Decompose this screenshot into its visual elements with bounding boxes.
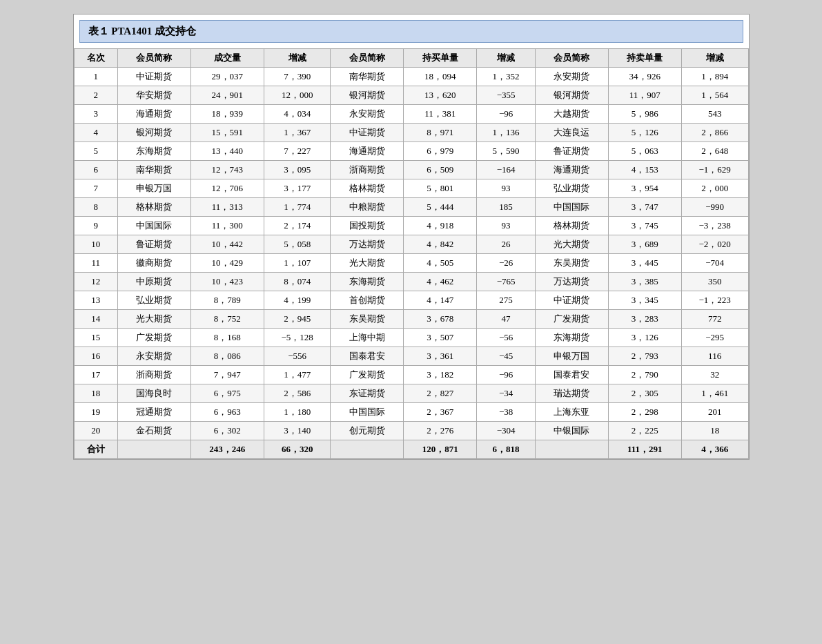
cell-r2-c6: −96 — [477, 105, 536, 124]
cell-r10-c4: 光大期货 — [331, 254, 404, 273]
cell-r5-c7: 海通期货 — [535, 161, 608, 179]
cell-r3-c1: 银河期货 — [118, 124, 191, 142]
cell-r14-c8: 3，126 — [608, 329, 681, 347]
cell-r3-c2: 15，591 — [190, 124, 264, 142]
total-cell-4 — [331, 440, 404, 459]
cell-r0-c2: 29，037 — [190, 68, 264, 86]
cell-r13-c8: 3，283 — [608, 310, 681, 329]
cell-r1-c3: 12，000 — [264, 86, 331, 105]
cell-r0-c8: 34，926 — [608, 68, 681, 86]
cell-r17-c8: 2，305 — [608, 384, 681, 403]
cell-r7-c4: 中粮期货 — [331, 198, 404, 217]
cell-r1-c1: 华安期货 — [118, 86, 191, 105]
cell-r6-c5: 5，801 — [404, 179, 477, 198]
cell-r11-c2: 10，423 — [190, 273, 264, 291]
cell-r4-c3: 7，227 — [264, 142, 331, 161]
cell-r11-c8: 3，385 — [608, 273, 681, 291]
cell-r5-c5: 6，509 — [404, 161, 477, 179]
cell-r5-c1: 南华期货 — [118, 161, 191, 179]
cell-r0-c7: 永安期货 — [535, 68, 608, 86]
total-cell-9: 4，366 — [681, 440, 748, 459]
cell-r3-c8: 5，126 — [608, 124, 681, 142]
cell-r4-c1: 东海期货 — [118, 142, 191, 161]
cell-r5-c3: 3，095 — [264, 161, 331, 179]
cell-r7-c1: 格林期货 — [118, 198, 191, 217]
table-row: 1中证期货29，0377，390南华期货18，0941，352永安期货34，92… — [74, 68, 748, 86]
cell-r16-c0: 17 — [74, 366, 118, 384]
table-row: 14光大期货8，7522，945东吴期货3，67847广发期货3，283772 — [74, 310, 748, 329]
cell-r9-c8: 3，689 — [608, 235, 681, 254]
cell-r12-c7: 中证期货 — [535, 291, 608, 310]
cell-r3-c5: 8，971 — [404, 124, 477, 142]
column-header-9: 增减 — [681, 49, 748, 68]
cell-r0-c4: 南华期货 — [331, 68, 404, 86]
cell-r3-c9: 2，866 — [681, 124, 748, 142]
cell-r7-c2: 11，313 — [190, 198, 264, 217]
cell-r14-c7: 东海期货 — [535, 329, 608, 347]
cell-r17-c1: 国海良时 — [118, 384, 191, 403]
table-row: 13弘业期货8，7894，199首创期货4，147275中证期货3，345−1，… — [74, 291, 748, 310]
cell-r1-c2: 24，901 — [190, 86, 264, 105]
cell-r17-c0: 18 — [74, 384, 118, 403]
cell-r12-c0: 13 — [74, 291, 118, 310]
cell-r9-c3: 5，058 — [264, 235, 331, 254]
cell-r19-c0: 20 — [74, 422, 118, 440]
cell-r0-c0: 1 — [74, 68, 118, 86]
cell-r1-c5: 13，620 — [404, 86, 477, 105]
cell-r6-c6: 93 — [477, 179, 536, 198]
cell-r16-c5: 3，182 — [404, 366, 477, 384]
cell-r4-c2: 13，440 — [190, 142, 264, 161]
table-row: 15广发期货8，168−5，128上海中期3，507−56东海期货3，126−2… — [74, 329, 748, 347]
cell-r15-c7: 申银万国 — [535, 347, 608, 366]
table-row: 4银河期货15，5911，367中证期货8，9711，136大连良运5，1262… — [74, 124, 748, 142]
cell-r0-c1: 中证期货 — [118, 68, 191, 86]
cell-r9-c9: −2，020 — [681, 235, 748, 254]
total-cell-1 — [118, 440, 191, 459]
cell-r11-c9: 350 — [681, 273, 748, 291]
table-row: 7申银万国12，7063，177格林期货5，80193弘业期货3，9542，00… — [74, 179, 748, 198]
cell-r13-c3: 2，945 — [264, 310, 331, 329]
cell-r8-c3: 2，174 — [264, 217, 331, 235]
cell-r10-c0: 11 — [74, 254, 118, 273]
table-row: 9中国国际11，3002，174国投期货4，91893格林期货3，745−3，2… — [74, 217, 748, 235]
cell-r15-c4: 国泰君安 — [331, 347, 404, 366]
cell-r18-c4: 中国国际 — [331, 403, 404, 422]
table-row: 19冠通期货6，9631，180中国国际2，367−38上海东亚2，298201 — [74, 403, 748, 422]
cell-r7-c5: 5，444 — [404, 198, 477, 217]
cell-r2-c2: 18，939 — [190, 105, 264, 124]
cell-r18-c0: 19 — [74, 403, 118, 422]
cell-r13-c4: 东吴期货 — [331, 310, 404, 329]
cell-r15-c6: −45 — [477, 347, 536, 366]
cell-r2-c9: 543 — [681, 105, 748, 124]
cell-r9-c6: 26 — [477, 235, 536, 254]
cell-r19-c7: 中银国际 — [535, 422, 608, 440]
cell-r14-c2: 8，168 — [190, 329, 264, 347]
cell-r8-c8: 3，745 — [608, 217, 681, 235]
cell-r1-c8: 11，907 — [608, 86, 681, 105]
cell-r4-c8: 5，063 — [608, 142, 681, 161]
cell-r2-c8: 5，986 — [608, 105, 681, 124]
cell-r11-c3: 8，074 — [264, 273, 331, 291]
cell-r5-c8: 4，153 — [608, 161, 681, 179]
table-row: 17浙商期货7，9471，477广发期货3，182−96国泰君安2，79032 — [74, 366, 748, 384]
cell-r15-c8: 2，793 — [608, 347, 681, 366]
table-row: 18国海良时6，9752，586东证期货2，827−34瑞达期货2，3051，4… — [74, 384, 748, 403]
cell-r10-c3: 1，107 — [264, 254, 331, 273]
total-cell-8: 111，291 — [608, 440, 681, 459]
cell-r18-c2: 6，963 — [190, 403, 264, 422]
cell-r7-c0: 8 — [74, 198, 118, 217]
cell-r6-c7: 弘业期货 — [535, 179, 608, 198]
total-row: 合计243，24666，320120，8716，818111，2914，366 — [74, 440, 748, 459]
cell-r12-c6: 275 — [477, 291, 536, 310]
cell-r4-c0: 5 — [74, 142, 118, 161]
cell-r19-c6: −304 — [477, 422, 536, 440]
cell-r10-c8: 3，445 — [608, 254, 681, 273]
cell-r16-c8: 2，790 — [608, 366, 681, 384]
cell-r14-c6: −56 — [477, 329, 536, 347]
cell-r14-c4: 上海中期 — [331, 329, 404, 347]
cell-r10-c2: 10，429 — [190, 254, 264, 273]
cell-r5-c9: −1，629 — [681, 161, 748, 179]
cell-r5-c4: 浙商期货 — [331, 161, 404, 179]
column-header-3: 增减 — [264, 49, 331, 68]
cell-r15-c0: 16 — [74, 347, 118, 366]
